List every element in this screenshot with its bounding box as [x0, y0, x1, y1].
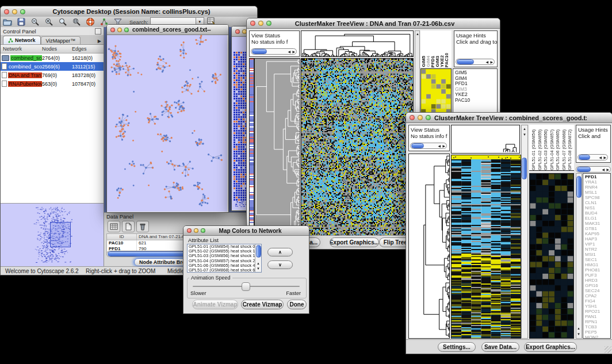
zoom-out-icon[interactable]: [28, 16, 42, 28]
gene-list-item[interactable]: SEC24: [585, 288, 610, 293]
minimize-icon[interactable]: [12, 9, 17, 14]
save-data-button[interactable]: Save Data...: [481, 342, 519, 352]
move-up-button[interactable]: ∧: [267, 248, 293, 256]
tv2-hints-hscrollbar[interactable]: ◀▶: [577, 154, 608, 160]
gene-list-item[interactable]: GIM4: [455, 76, 497, 82]
gene-list-item[interactable]: CLN1: [585, 200, 610, 205]
gene-list-item[interactable]: HMG1: [585, 262, 610, 267]
zoom-window-icon[interactable]: [266, 21, 271, 26]
zoom-window-icon[interactable]: [201, 228, 205, 233]
done-button[interactable]: Done: [287, 300, 307, 309]
treeview1-titlebar[interactable]: ClusterMaker TreeView : DNA and Tran 07-…: [247, 18, 500, 29]
gene-list-item[interactable]: PFD1: [455, 81, 497, 87]
move-down-button[interactable]: ∨: [267, 260, 293, 269]
help-icon[interactable]: [83, 16, 97, 28]
attribute-list[interactable]: GPL51-01 (GSM854) heat shock 05 minGPL51…: [187, 244, 262, 273]
table-icon[interactable]: [108, 221, 120, 232]
gene-list-item[interactable]: GPI16: [585, 283, 610, 288]
col-nodes[interactable]: Nodes: [42, 46, 72, 52]
resize-grip[interactable]: [605, 346, 611, 353]
settings-button[interactable]: Settings...: [438, 342, 476, 352]
network-overview-canvas[interactable]: [1, 204, 102, 265]
gene-list-item[interactable]: HRD3: [585, 278, 610, 283]
gene-list-item[interactable]: VIP1: [585, 242, 610, 247]
attribute-list-item[interactable]: GPL51-06 (GSM865) heat shock 40 min: [188, 263, 261, 268]
gene-list-item[interactable]: MSI1: [585, 252, 610, 257]
gene-list-item[interactable]: GTB1: [585, 226, 610, 231]
gene-list-item[interactable]: NTR2: [585, 247, 610, 252]
tv2-gene-vscrollbar[interactable]: ▲ ▼: [576, 173, 582, 339]
gene-list-item[interactable]: KAP95: [585, 231, 610, 236]
attribute-list-item[interactable]: GPL51-07 (GSM868) heat shock 60 min: [188, 268, 261, 273]
attribute-list-item[interactable]: GPL51-02 (GSM855) heat shock 10 min: [188, 249, 261, 254]
tv1-heatmap[interactable]: [301, 58, 414, 237]
tv1-row-dendrogram[interactable]: [254, 58, 300, 237]
gene-list-item[interactable]: GIM3: [455, 87, 497, 93]
attribute-list-item[interactable]: GPL51-01 (GSM854) heat shock 05 min: [188, 244, 261, 249]
tv1-hints-hscrollbar[interactable]: ◀▶: [456, 59, 495, 65]
export-graphics-button[interactable]: Export Graphics...: [330, 237, 379, 247]
gene-list-item[interactable]: PAN1: [585, 314, 610, 319]
zoom-window-icon[interactable]: [20, 9, 25, 14]
tab-scroll-right-icon[interactable]: ▶: [98, 39, 104, 44]
minimize-icon[interactable]: [194, 228, 198, 233]
treeview2-titlebar[interactable]: ClusterMaker TreeView : combined_scores_…: [406, 113, 612, 123]
gene-list-item[interactable]: ELG1: [585, 216, 610, 221]
tab-vizmapper[interactable]: VizMapper™: [41, 36, 81, 44]
attribute-list-vscrollbar[interactable]: ▲ ▼: [255, 244, 261, 272]
tv2-gene-list[interactable]: PFD1YRA1RNR4MSL1SPC98CLN1NIS1BUD4ELG1MAK…: [583, 173, 611, 339]
minimize-icon[interactable]: [418, 115, 423, 120]
tv2-column-dendrogram[interactable]: [451, 125, 520, 154]
col-network[interactable]: Network: [1, 46, 42, 52]
tv2-zoom-heatmap[interactable]: [529, 173, 574, 339]
close-icon[interactable]: [4, 9, 9, 14]
close-icon[interactable]: [250, 21, 255, 26]
gene-list-item[interactable]: GIM5: [455, 70, 497, 76]
zoom-selected-icon[interactable]: [70, 16, 83, 28]
zoom-window-icon[interactable]: [124, 28, 129, 32]
network-view-canvas[interactable]: [107, 35, 227, 212]
close-icon[interactable]: [110, 28, 115, 32]
tv2-genelist-hscrollbar[interactable]: ◀▶: [576, 166, 611, 173]
gene-list-item[interactable]: FIG4: [585, 298, 610, 304]
gene-list-item[interactable]: SEC1: [585, 257, 610, 262]
gene-list-item[interactable]: HAP3: [585, 236, 610, 242]
export-graphics-button[interactable]: Export Graphics...: [524, 342, 577, 352]
tv2-status-hscrollbar[interactable]: ◀▶: [410, 143, 447, 149]
minimize-icon[interactable]: [117, 28, 122, 32]
tab-network[interactable]: Network: [3, 36, 41, 44]
network-overview[interactable]: [1, 203, 104, 266]
tv1-column-dendrogram[interactable]: [301, 30, 414, 57]
open-icon[interactable]: [1, 16, 14, 28]
close-icon[interactable]: [187, 228, 192, 233]
dialog-titlebar[interactable]: Map Colors to Network: [183, 226, 309, 236]
gene-list-item[interactable]: YSH1: [585, 304, 610, 309]
gene-list-item[interactable]: BUD4: [585, 210, 610, 216]
gene-list-item[interactable]: TCB3: [585, 324, 610, 329]
save-icon[interactable]: [14, 16, 28, 28]
gene-list-item[interactable]: NIS1: [585, 205, 610, 210]
close-icon[interactable]: [235, 29, 240, 34]
tv2-row-dendrogram[interactable]: [408, 154, 450, 339]
animation-slider-thumb[interactable]: [242, 282, 250, 291]
animate-vizmap-button[interactable]: Animate Vizmap: [192, 300, 238, 309]
close-icon[interactable]: [410, 115, 415, 120]
create-vizmap-button[interactable]: Create Vizmap: [241, 300, 284, 309]
float-panel-icon[interactable]: [95, 28, 101, 35]
gene-list-item[interactable]: MAK31: [585, 221, 610, 226]
tv2-vertical-scrollbar[interactable]: ▲ ▼: [521, 125, 528, 339]
gene-list-item[interactable]: SPC98: [585, 195, 610, 200]
zoom-window-icon[interactable]: [426, 115, 431, 120]
gene-list-item[interactable]: RPO21: [585, 309, 610, 314]
network-list-row[interactable]: RNAPuberNov2+563(0)107847(0): [1, 79, 104, 88]
delete-icon[interactable]: [136, 221, 149, 232]
gene-list-item[interactable]: PFD1: [585, 174, 610, 179]
network-view-titlebar[interactable]: combined_scores_good.txt--cluste...: [107, 25, 228, 35]
gene-list-item[interactable]: MSL1: [585, 190, 610, 195]
zoom-fit-icon[interactable]: [56, 16, 70, 28]
minimize-icon[interactable]: [258, 21, 263, 26]
network-list-row[interactable]: combined_scores2764(0)16218(0): [1, 53, 104, 62]
gene-list-item[interactable]: PHO81: [585, 267, 610, 273]
zoom-in-icon[interactable]: [42, 16, 56, 28]
gene-list-item[interactable]: MON2: [585, 335, 610, 339]
